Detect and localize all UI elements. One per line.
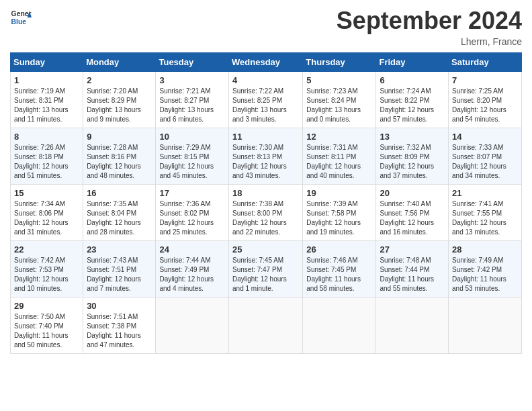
day-info: Sunrise: 7:20 AMSunset: 8:29 PMDaylight:… (87, 87, 152, 124)
day-number: 20 (380, 188, 445, 198)
day-number: 1 (14, 75, 79, 85)
calendar-cell: 30 Sunrise: 7:51 AMSunset: 7:38 PMDaylig… (83, 298, 156, 354)
day-info: Sunrise: 7:41 AMSunset: 7:55 PMDaylight:… (452, 199, 518, 237)
day-number: 29 (14, 301, 79, 311)
day-info: Sunrise: 7:51 AMSunset: 7:38 PMDaylight:… (87, 312, 152, 350)
calendar-cell: 1 Sunrise: 7:19 AMSunset: 8:31 PMDayligh… (11, 72, 83, 128)
day-number: 2 (87, 75, 152, 85)
header: General Blue September 2024 Lherm, Franc… (10, 7, 522, 47)
week-row-5: 29 Sunrise: 7:50 AMSunset: 7:40 PMDaylig… (11, 298, 522, 354)
day-info: Sunrise: 7:25 AMSunset: 8:20 PMDaylight:… (452, 87, 518, 124)
calendar-cell: 27 Sunrise: 7:48 AMSunset: 7:44 PMDaylig… (376, 241, 449, 298)
day-info: Sunrise: 7:30 AMSunset: 8:13 PMDaylight:… (232, 143, 299, 181)
location: Lherm, France (337, 36, 522, 47)
calendar-cell: 24 Sunrise: 7:44 AMSunset: 7:49 PMDaylig… (156, 241, 229, 298)
calendar-cell (376, 298, 449, 354)
calendar-cell: 21 Sunrise: 7:41 AMSunset: 7:55 PMDaylig… (449, 185, 522, 241)
svg-text:Blue: Blue (11, 18, 27, 26)
calendar-cell: 7 Sunrise: 7:25 AMSunset: 8:20 PMDayligh… (449, 72, 522, 128)
day-info: Sunrise: 7:23 AMSunset: 8:24 PMDaylight:… (306, 87, 372, 124)
day-number: 26 (306, 244, 372, 255)
day-header-friday: Friday (376, 53, 449, 72)
day-number: 19 (306, 188, 372, 198)
day-number: 6 (380, 75, 445, 85)
calendar-cell: 2 Sunrise: 7:20 AMSunset: 8:29 PMDayligh… (83, 72, 156, 128)
week-row-4: 22 Sunrise: 7:42 AMSunset: 7:53 PMDaylig… (11, 241, 522, 298)
calendar-cell: 10 Sunrise: 7:29 AMSunset: 8:15 PMDaylig… (156, 128, 229, 185)
calendar-table: SundayMondayTuesdayWednesdayThursdayFrid… (10, 52, 522, 354)
day-header-tuesday: Tuesday (156, 53, 229, 72)
day-info: Sunrise: 7:46 AMSunset: 7:45 PMDaylight:… (306, 256, 372, 293)
day-info: Sunrise: 7:26 AMSunset: 8:18 PMDaylight:… (14, 143, 79, 181)
day-info: Sunrise: 7:43 AMSunset: 7:51 PMDaylight:… (87, 256, 152, 293)
day-number: 7 (452, 75, 518, 85)
day-number: 28 (452, 244, 518, 255)
calendar-cell: 15 Sunrise: 7:34 AMSunset: 8:06 PMDaylig… (11, 185, 83, 241)
day-info: Sunrise: 7:48 AMSunset: 7:44 PMDaylight:… (380, 256, 445, 293)
day-header-monday: Monday (83, 53, 156, 72)
day-info: Sunrise: 7:24 AMSunset: 8:22 PMDaylight:… (380, 87, 445, 124)
calendar-cell: 6 Sunrise: 7:24 AMSunset: 8:22 PMDayligh… (376, 72, 449, 128)
day-info: Sunrise: 7:40 AMSunset: 7:56 PMDaylight:… (380, 199, 445, 237)
day-number: 10 (159, 132, 225, 142)
day-number: 27 (380, 244, 445, 255)
day-number: 23 (87, 244, 152, 255)
day-info: Sunrise: 7:49 AMSunset: 7:42 PMDaylight:… (452, 256, 518, 293)
day-number: 11 (232, 132, 299, 142)
day-number: 18 (232, 188, 299, 198)
day-number: 24 (159, 244, 225, 255)
logo-icon: General Blue (10, 7, 32, 28)
calendar-cell (229, 298, 303, 354)
month-title: September 2024 (337, 7, 522, 35)
calendar-cell: 5 Sunrise: 7:23 AMSunset: 8:24 PMDayligh… (303, 72, 376, 128)
header-row: SundayMondayTuesdayWednesdayThursdayFrid… (11, 53, 522, 72)
calendar-cell: 17 Sunrise: 7:36 AMSunset: 8:02 PMDaylig… (156, 185, 229, 241)
day-number: 30 (87, 301, 152, 311)
calendar-cell: 22 Sunrise: 7:42 AMSunset: 7:53 PMDaylig… (11, 241, 83, 298)
day-info: Sunrise: 7:44 AMSunset: 7:49 PMDaylight:… (159, 256, 225, 293)
calendar-cell: 18 Sunrise: 7:38 AMSunset: 8:00 PMDaylig… (229, 185, 303, 241)
calendar-cell: 26 Sunrise: 7:46 AMSunset: 7:45 PMDaylig… (303, 241, 376, 298)
day-header-wednesday: Wednesday (229, 53, 303, 72)
logo: General Blue (10, 7, 32, 28)
calendar-cell (449, 298, 522, 354)
day-number: 5 (306, 75, 372, 85)
day-header-thursday: Thursday (303, 53, 376, 72)
calendar-cell: 28 Sunrise: 7:49 AMSunset: 7:42 PMDaylig… (449, 241, 522, 298)
day-number: 3 (159, 75, 225, 85)
calendar-cell: 14 Sunrise: 7:33 AMSunset: 8:07 PMDaylig… (449, 128, 522, 185)
calendar-cell: 25 Sunrise: 7:45 AMSunset: 7:47 PMDaylig… (229, 241, 303, 298)
day-info: Sunrise: 7:42 AMSunset: 7:53 PMDaylight:… (14, 256, 79, 293)
day-info: Sunrise: 7:38 AMSunset: 8:00 PMDaylight:… (232, 199, 299, 237)
calendar-cell (156, 298, 229, 354)
calendar-cell: 23 Sunrise: 7:43 AMSunset: 7:51 PMDaylig… (83, 241, 156, 298)
day-number: 4 (232, 75, 299, 85)
day-info: Sunrise: 7:32 AMSunset: 8:09 PMDaylight:… (380, 143, 445, 181)
calendar-cell: 11 Sunrise: 7:30 AMSunset: 8:13 PMDaylig… (229, 128, 303, 185)
day-info: Sunrise: 7:39 AMSunset: 7:58 PMDaylight:… (306, 199, 372, 237)
calendar-cell: 29 Sunrise: 7:50 AMSunset: 7:40 PMDaylig… (11, 298, 83, 354)
day-info: Sunrise: 7:45 AMSunset: 7:47 PMDaylight:… (232, 256, 299, 293)
week-row-1: 1 Sunrise: 7:19 AMSunset: 8:31 PMDayligh… (11, 72, 522, 128)
calendar-cell: 19 Sunrise: 7:39 AMSunset: 7:58 PMDaylig… (303, 185, 376, 241)
week-row-3: 15 Sunrise: 7:34 AMSunset: 8:06 PMDaylig… (11, 185, 522, 241)
calendar-cell: 13 Sunrise: 7:32 AMSunset: 8:09 PMDaylig… (376, 128, 449, 185)
day-number: 21 (452, 188, 518, 198)
week-row-2: 8 Sunrise: 7:26 AMSunset: 8:18 PMDayligh… (11, 128, 522, 185)
calendar-cell: 9 Sunrise: 7:28 AMSunset: 8:16 PMDayligh… (83, 128, 156, 185)
day-header-saturday: Saturday (449, 53, 522, 72)
calendar-cell: 20 Sunrise: 7:40 AMSunset: 7:56 PMDaylig… (376, 185, 449, 241)
day-info: Sunrise: 7:21 AMSunset: 8:27 PMDaylight:… (159, 87, 225, 124)
day-header-sunday: Sunday (11, 53, 83, 72)
day-number: 25 (232, 244, 299, 255)
day-number: 9 (87, 132, 152, 142)
calendar-cell (303, 298, 376, 354)
day-info: Sunrise: 7:19 AMSunset: 8:31 PMDaylight:… (14, 87, 79, 124)
title-block: September 2024 Lherm, France (337, 7, 522, 47)
day-info: Sunrise: 7:36 AMSunset: 8:02 PMDaylight:… (159, 199, 225, 237)
day-info: Sunrise: 7:22 AMSunset: 8:25 PMDaylight:… (232, 87, 299, 124)
day-number: 22 (14, 244, 79, 255)
day-number: 12 (306, 132, 372, 142)
calendar-cell: 16 Sunrise: 7:35 AMSunset: 8:04 PMDaylig… (83, 185, 156, 241)
day-number: 14 (452, 132, 518, 142)
